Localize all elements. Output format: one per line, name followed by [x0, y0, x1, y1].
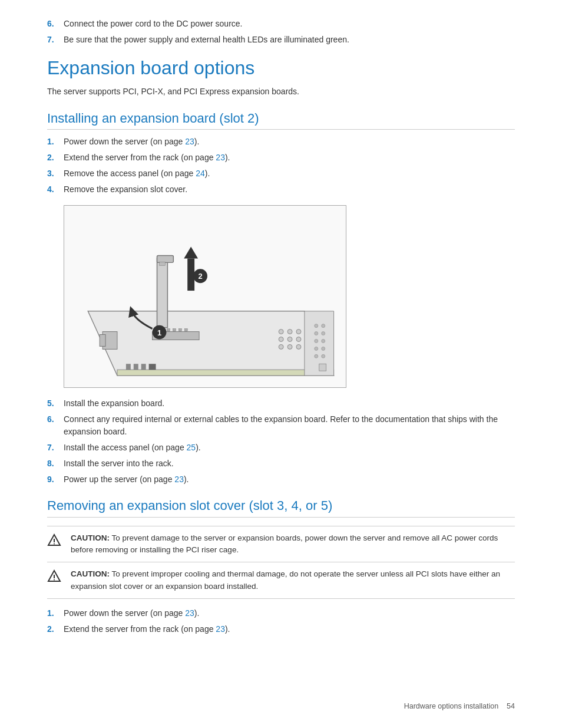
- link-24[interactable]: 24: [196, 169, 205, 178]
- step-text: Remove the expansion slot cover.: [64, 183, 187, 196]
- step-num: 9.: [47, 473, 64, 486]
- install-step-2: 2. Extend the server from the rack (on p…: [47, 151, 515, 164]
- svg-point-6: [287, 337, 292, 342]
- link-23a[interactable]: 23: [185, 137, 194, 146]
- footer: Hardware options installation 54: [404, 702, 515, 710]
- expansion-board-diagram: 2 1: [64, 205, 346, 388]
- svg-point-38: [315, 340, 318, 343]
- install-steps-1-4: 1. Power down the server (on page 23). 2…: [47, 136, 515, 196]
- section-body: The server supports PCI, PCI-X, and PCI …: [47, 85, 515, 98]
- step-text: Connect any required internal or externa…: [64, 413, 515, 438]
- subsection1-title: Installing an expansion board (slot 2): [47, 110, 515, 130]
- link-23d[interactable]: 23: [185, 608, 194, 618]
- step-num: 7.: [47, 34, 64, 46]
- intro-step-6: 6. Connect the power cord to the DC powe…: [47, 18, 515, 30]
- svg-point-40: [315, 347, 318, 351]
- svg-point-39: [322, 340, 325, 343]
- install-step-5: 5. Install the expansion board.: [47, 397, 515, 410]
- caution-text-2: CAUTION: To prevent improper cooling and…: [71, 568, 515, 592]
- step-text: Power down the server (on page 23).: [64, 136, 199, 148]
- remove-step-1: 1. Power down the server (on page 23).: [47, 607, 515, 620]
- caution-label-2: CAUTION:: [71, 569, 110, 578]
- step-text: Connect the power cord to the DC power s…: [64, 18, 243, 30]
- svg-rect-32: [149, 364, 156, 370]
- install-step-1: 1. Power down the server (on page 23).: [47, 136, 515, 148]
- caution-body-1: To prevent damage to the server or expan…: [71, 533, 498, 554]
- svg-rect-18: [157, 256, 174, 263]
- step-num: 2.: [47, 151, 64, 164]
- install-step-7: 7. Install the access panel (on page 25)…: [47, 442, 515, 454]
- svg-rect-16: [184, 329, 187, 331]
- svg-point-51: [54, 579, 55, 581]
- svg-point-3: [279, 337, 283, 342]
- step-text: Be sure that the power supply and extern…: [64, 34, 349, 46]
- svg-marker-21: [184, 247, 198, 259]
- intro-step-7: 7. Be sure that the power supply and ext…: [47, 34, 515, 46]
- svg-text:1: 1: [157, 328, 161, 337]
- step-num: 6.: [47, 413, 64, 426]
- svg-point-36: [315, 332, 318, 335]
- step-text: Install the server into the rack.: [64, 457, 174, 470]
- caution-body-2: To prevent improper cooling and thermal …: [71, 569, 500, 590]
- caution-label-1: CAUTION:: [71, 533, 110, 542]
- remove-step-2: 2. Extend the server from the rack (on p…: [47, 623, 515, 635]
- svg-point-7: [287, 345, 292, 350]
- link-23e[interactable]: 23: [216, 624, 225, 634]
- install-step-4: 4. Remove the expansion slot cover.: [47, 183, 515, 196]
- caution-icon-1: [47, 533, 64, 549]
- install-step-9: 9. Power up the server (on page 23).: [47, 473, 515, 486]
- svg-point-41: [322, 347, 325, 351]
- remove-steps: 1. Power down the server (on page 23). 2…: [47, 607, 515, 635]
- caution-block-1: CAUTION: To prevent damage to the server…: [47, 526, 515, 563]
- svg-rect-28: [117, 370, 334, 376]
- svg-rect-30: [134, 364, 138, 370]
- step-num: 3.: [47, 167, 64, 180]
- svg-rect-31: [141, 364, 146, 370]
- caution-text-1: CAUTION: To prevent damage to the server…: [71, 532, 515, 556]
- step-num: 8.: [47, 457, 64, 470]
- svg-rect-44: [319, 364, 326, 371]
- svg-point-9: [296, 337, 301, 342]
- step-text: Extend the server from the rack (on page…: [64, 151, 230, 164]
- svg-point-5: [287, 330, 292, 334]
- intro-steps: 6. Connect the power cord to the DC powe…: [47, 18, 515, 46]
- svg-rect-13: [167, 329, 170, 331]
- step-num: 5.: [47, 397, 64, 410]
- svg-point-8: [296, 330, 301, 334]
- step-num: 1.: [47, 607, 64, 620]
- caution-icon-2: [47, 569, 64, 585]
- step-text: Power up the server (on page 23).: [64, 473, 189, 486]
- svg-point-37: [322, 332, 325, 335]
- install-step-8: 8. Install the server into the rack.: [47, 457, 515, 470]
- svg-point-2: [279, 330, 283, 334]
- footer-text: Hardware options installation: [404, 702, 499, 710]
- link-25[interactable]: 25: [187, 443, 196, 452]
- step-text: Install the expansion board.: [64, 397, 164, 410]
- step-text: Remove the access panel (on page 24).: [64, 167, 210, 180]
- caution-block-2: CAUTION: To prevent improper cooling and…: [47, 562, 515, 599]
- svg-rect-19: [160, 262, 166, 266]
- step-text: Extend the server from the rack (on page…: [64, 623, 230, 635]
- svg-rect-14: [173, 329, 176, 331]
- svg-rect-17: [157, 259, 168, 328]
- step-num: 7.: [47, 442, 64, 454]
- step-text: Install the access panel (on page 25).: [64, 442, 201, 454]
- svg-rect-20: [187, 259, 194, 291]
- step-text: Power down the server (on page 23).: [64, 607, 199, 620]
- caution-container: CAUTION: To prevent damage to the server…: [47, 526, 515, 599]
- svg-point-42: [315, 355, 318, 358]
- section-title: Expansion board options: [47, 57, 515, 79]
- svg-point-4: [279, 345, 283, 350]
- step-num: 2.: [47, 623, 64, 635]
- svg-marker-0: [88, 311, 333, 375]
- link-23c[interactable]: 23: [174, 475, 184, 484]
- install-step-6: 6. Connect any required internal or exte…: [47, 413, 515, 438]
- step-num: 4.: [47, 183, 64, 196]
- link-23b[interactable]: 23: [216, 153, 225, 162]
- svg-point-35: [322, 324, 325, 328]
- svg-point-34: [315, 324, 318, 328]
- step-num: 6.: [47, 18, 64, 30]
- subsection2-title: Removing an expansion slot cover (slot 3…: [47, 498, 515, 518]
- footer-page: 54: [507, 702, 515, 710]
- svg-point-43: [322, 355, 325, 358]
